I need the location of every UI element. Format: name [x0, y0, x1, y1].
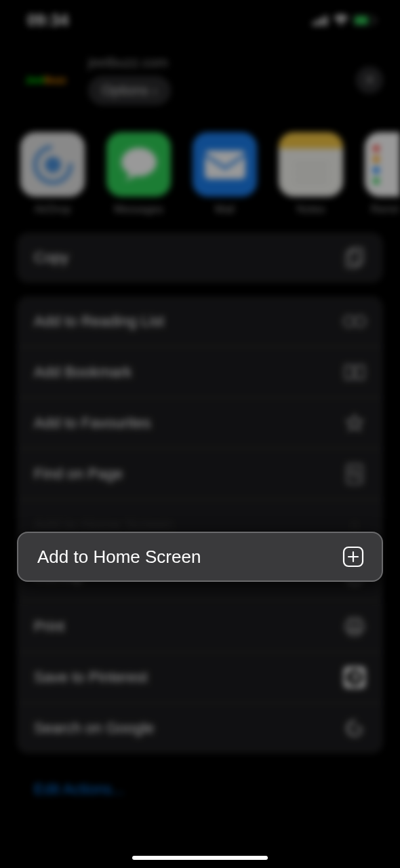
signal-icon [313, 15, 329, 26]
action-bookmark-label: Add Bookmark [34, 363, 132, 381]
notes-icon [279, 132, 343, 197]
app-reminders[interactable]: Reminders [365, 132, 400, 216]
svg-point-21 [351, 469, 357, 476]
svg-rect-5 [355, 16, 368, 24]
svg-rect-2 [321, 18, 323, 26]
svg-rect-25 [346, 623, 363, 631]
action-home-screen[interactable]: Add to Home Screen [17, 532, 383, 582]
action-favourites-label: Add to Favourites [34, 414, 151, 432]
action-home-screen-label: Add to Home Screen [37, 547, 201, 568]
action-pinterest[interactable]: Save to Pinterest [17, 652, 383, 703]
app-messages-label: Messages [114, 203, 163, 216]
site-icon: JeetBuzz [17, 51, 75, 108]
action-copy-label: Copy [34, 249, 68, 267]
svg-rect-19 [356, 366, 364, 379]
chevron-right-icon: › [153, 83, 157, 98]
close-icon: ✕ [364, 72, 376, 88]
reminders-icon [365, 132, 400, 197]
app-airdrop[interactable]: AirDrop [20, 132, 85, 216]
svg-rect-0 [313, 22, 315, 26]
close-button[interactable]: ✕ [356, 66, 383, 94]
action-copy[interactable]: Copy [17, 233, 383, 283]
action-print-label: Print [34, 618, 64, 635]
svg-line-22 [357, 475, 359, 478]
app-notes[interactable]: Notes [279, 132, 343, 216]
google-icon [343, 717, 366, 740]
action-section-copy: Copy [17, 233, 383, 283]
print-icon [343, 615, 366, 638]
home-indicator[interactable] [132, 856, 268, 860]
action-favourites[interactable]: Add to Favourites [17, 398, 383, 449]
reading-list-icon [343, 310, 366, 333]
app-mail-label: Mail [215, 203, 235, 216]
svg-rect-6 [374, 18, 376, 22]
svg-rect-20 [347, 465, 362, 484]
options-label: Options [102, 83, 148, 98]
svg-rect-1 [317, 20, 319, 26]
app-messages[interactable]: Messages [106, 132, 171, 216]
status-time: 09:34 [27, 11, 68, 30]
site-icon-text: JeetBuzz [25, 75, 66, 85]
copy-icon [343, 246, 366, 269]
find-icon [343, 462, 366, 486]
plus-box-icon [342, 546, 364, 568]
action-google[interactable]: Search on Google [17, 703, 383, 753]
svg-point-17 [355, 316, 365, 327]
action-find-label: Find on Page [34, 465, 123, 483]
battery-icon [353, 15, 376, 26]
site-url: jeetbuzz.com [88, 55, 342, 71]
messages-icon [106, 132, 171, 197]
app-reminders-label: Reminders [371, 203, 400, 216]
star-icon [343, 412, 366, 435]
action-print[interactable]: Print [17, 601, 383, 652]
svg-rect-18 [345, 366, 353, 379]
svg-rect-14 [346, 252, 359, 267]
airdrop-icon [20, 132, 85, 197]
svg-rect-3 [325, 16, 327, 26]
options-button[interactable]: Options › [88, 76, 171, 105]
pinterest-icon [343, 666, 366, 689]
share-apps-row[interactable]: AirDrop Messages Mail Notes [0, 122, 400, 233]
app-airdrop-label: AirDrop [34, 203, 71, 216]
status-icons [313, 14, 376, 26]
svg-rect-15 [351, 248, 363, 264]
mail-icon [193, 132, 257, 197]
action-reading-list-label: Add to Reading List [34, 313, 164, 330]
action-pinterest-label: Save to Pinterest [34, 669, 148, 686]
svg-point-8 [45, 157, 61, 173]
action-google-label: Search on Google [34, 719, 154, 737]
action-section-list: Add to Reading List Add Bookmark Add to … [17, 296, 383, 753]
svg-point-16 [344, 316, 355, 327]
edit-actions-link[interactable]: Edit Actions... [0, 767, 400, 812]
wifi-icon [333, 14, 349, 26]
bookmark-icon [343, 361, 366, 384]
app-mail[interactable]: Mail [193, 132, 257, 216]
app-notes-label: Notes [297, 203, 325, 216]
action-reading-list[interactable]: Add to Reading List [17, 296, 383, 347]
svg-point-9 [121, 148, 157, 176]
action-bookmark[interactable]: Add Bookmark [17, 347, 383, 398]
action-find[interactable]: Find on Page [17, 449, 383, 500]
svg-rect-10 [205, 151, 245, 179]
